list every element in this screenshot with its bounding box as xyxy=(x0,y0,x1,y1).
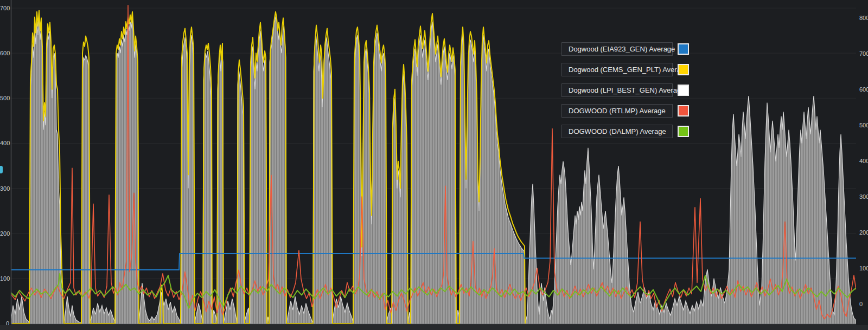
y-axis-tick-label: 700 xyxy=(859,50,868,57)
y-axis-tick-label: 500 xyxy=(0,95,9,101)
y-axis-tick-label: 0 xyxy=(859,301,863,307)
y-axis-tick-label: 500 xyxy=(859,122,868,128)
legend-label[interactable]: Dogwood (LPI_BEST_GEN) Average xyxy=(561,83,673,97)
y-axis-tick-label: 200 xyxy=(859,229,868,236)
y-axis-tick-label: 400 xyxy=(859,158,868,164)
bottom-scroll-strip[interactable] xyxy=(0,325,868,330)
legend-swatch-icon[interactable] xyxy=(678,105,689,117)
legend-swatch-icon[interactable] xyxy=(678,126,689,137)
y-axis-tick-label: 100 xyxy=(0,275,9,282)
legend-label[interactable]: DOGWOOD (DALMP) Average xyxy=(561,125,673,138)
y-axis-tick-label: 600 xyxy=(0,50,9,56)
y-axis-tick-label: 700 xyxy=(0,5,9,11)
price-generation-chart-panel: 0100200300400500600700 01002003004005006… xyxy=(0,0,868,330)
legend-swatch-icon[interactable] xyxy=(678,64,689,75)
chart-canvas[interactable] xyxy=(0,0,868,330)
y-axis-tick-label: 800 xyxy=(859,15,868,21)
legend-item-lpi-best-gen[interactable]: Dogwood (LPI_BEST_GEN) Average xyxy=(561,83,692,97)
legend-label[interactable]: DOGWOOD (RTLMP) Average xyxy=(561,104,673,118)
panel-edge-handle[interactable] xyxy=(0,166,3,173)
chart-legend: Dogwood (EIA923_GEN) Average Dogwood (CE… xyxy=(561,42,692,145)
y-axis-tick-label: 400 xyxy=(0,140,9,146)
legend-swatch-icon[interactable] xyxy=(678,43,689,55)
legend-item-rtlmp[interactable]: DOGWOOD (RTLMP) Average xyxy=(561,104,692,118)
legend-swatch-icon[interactable] xyxy=(678,85,689,96)
legend-label[interactable]: Dogwood (EIA923_GEN) Average xyxy=(561,42,673,56)
legend-item-dalmp[interactable]: DOGWOOD (DALMP) Average xyxy=(561,125,692,138)
legend-item-eia923-gen[interactable]: Dogwood (EIA923_GEN) Average xyxy=(561,42,692,56)
y-axis-tick-label: 600 xyxy=(859,86,868,93)
legend-label[interactable]: Dogwood (CEMS_GEN_PLT) Average xyxy=(561,63,673,76)
legend-item-cems-gen-plt[interactable]: Dogwood (CEMS_GEN_PLT) Average xyxy=(561,63,692,76)
y-axis-tick-label: 100 xyxy=(859,265,868,271)
y-axis-tick-label: 300 xyxy=(0,185,9,192)
y-axis-tick-label: 300 xyxy=(859,193,868,200)
y-axis-tick-label: 200 xyxy=(0,230,9,237)
